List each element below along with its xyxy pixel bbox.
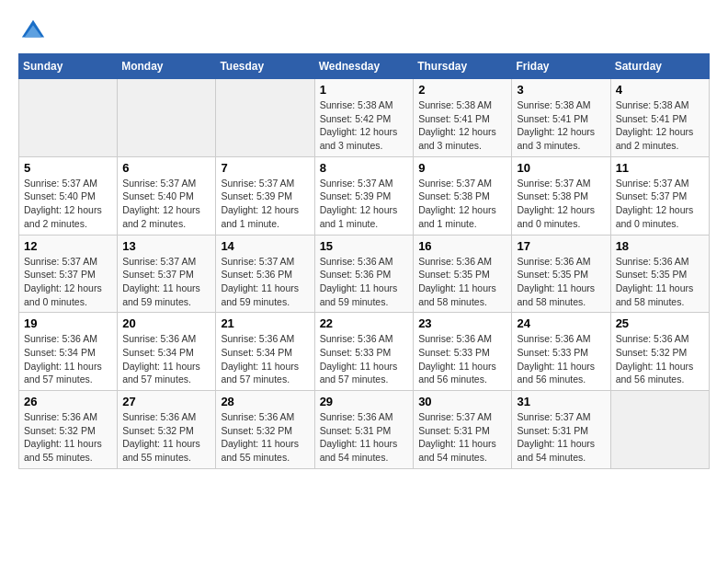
day-header-tuesday: Tuesday	[216, 54, 314, 79]
day-info: Sunrise: 5:36 AM Sunset: 5:32 PM Dayligh…	[616, 332, 704, 386]
calendar-cell: 29Sunrise: 5:36 AM Sunset: 5:31 PM Dayli…	[314, 391, 414, 469]
day-info: Sunrise: 5:36 AM Sunset: 5:31 PM Dayligh…	[320, 410, 409, 465]
calendar-cell: 12Sunrise: 5:37 AM Sunset: 5:37 PM Dayli…	[19, 235, 118, 313]
calendar-cell: 6Sunrise: 5:37 AM Sunset: 5:40 PM Daylig…	[118, 156, 216, 235]
day-header-friday: Friday	[512, 54, 610, 79]
calendar-cell: 24Sunrise: 5:36 AM Sunset: 5:33 PM Dayli…	[512, 313, 610, 391]
day-number: 6	[122, 161, 210, 175]
day-number: 14	[221, 239, 309, 253]
day-number: 17	[517, 239, 605, 253]
day-number: 8	[320, 161, 409, 175]
day-number: 27	[122, 395, 210, 408]
day-info: Sunrise: 5:36 AM Sunset: 5:35 PM Dayligh…	[418, 255, 506, 309]
calendar-cell: 26Sunrise: 5:36 AM Sunset: 5:32 PM Dayli…	[19, 391, 118, 469]
day-info: Sunrise: 5:38 AM Sunset: 5:42 PM Dayligh…	[320, 98, 409, 153]
day-number: 29	[320, 395, 409, 408]
day-number: 3	[517, 83, 605, 97]
calendar-cell: 8Sunrise: 5:37 AM Sunset: 5:39 PM Daylig…	[314, 156, 414, 235]
day-number: 26	[24, 395, 112, 408]
day-info: Sunrise: 5:36 AM Sunset: 5:32 PM Dayligh…	[221, 410, 309, 465]
logo	[18, 18, 46, 44]
day-number: 22	[320, 316, 409, 330]
day-number: 25	[616, 316, 704, 330]
day-info: Sunrise: 5:38 AM Sunset: 5:41 PM Dayligh…	[517, 98, 605, 153]
day-number: 23	[418, 316, 506, 330]
calendar-cell: 25Sunrise: 5:36 AM Sunset: 5:32 PM Dayli…	[610, 313, 709, 391]
calendar-week-5: 26Sunrise: 5:36 AM Sunset: 5:32 PM Dayli…	[19, 391, 710, 469]
day-number: 15	[320, 239, 409, 253]
day-number: 13	[122, 239, 210, 253]
day-info: Sunrise: 5:36 AM Sunset: 5:35 PM Dayligh…	[616, 255, 704, 309]
day-header-sunday: Sunday	[19, 54, 118, 79]
day-number: 31	[517, 395, 605, 408]
calendar-cell	[610, 391, 709, 469]
calendar-cell	[19, 79, 118, 157]
day-info: Sunrise: 5:36 AM Sunset: 5:33 PM Dayligh…	[320, 332, 409, 386]
day-info: Sunrise: 5:37 AM Sunset: 5:36 PM Dayligh…	[221, 255, 309, 309]
day-info: Sunrise: 5:37 AM Sunset: 5:38 PM Dayligh…	[517, 177, 605, 231]
day-header-saturday: Saturday	[610, 54, 709, 79]
day-number: 7	[221, 161, 309, 175]
calendar-week-3: 12Sunrise: 5:37 AM Sunset: 5:37 PM Dayli…	[19, 235, 710, 313]
logo-icon	[20, 18, 46, 44]
day-info: Sunrise: 5:37 AM Sunset: 5:37 PM Dayligh…	[122, 255, 210, 309]
day-info: Sunrise: 5:37 AM Sunset: 5:40 PM Dayligh…	[122, 177, 210, 231]
day-number: 18	[616, 239, 704, 253]
day-number: 21	[221, 316, 309, 330]
day-number: 16	[418, 239, 506, 253]
day-info: Sunrise: 5:36 AM Sunset: 5:35 PM Dayligh…	[517, 255, 605, 309]
calendar-cell: 11Sunrise: 5:37 AM Sunset: 5:37 PM Dayli…	[610, 156, 709, 235]
calendar-cell: 28Sunrise: 5:36 AM Sunset: 5:32 PM Dayli…	[216, 391, 314, 469]
day-info: Sunrise: 5:37 AM Sunset: 5:39 PM Dayligh…	[221, 177, 309, 231]
calendar-cell: 5Sunrise: 5:37 AM Sunset: 5:40 PM Daylig…	[19, 156, 118, 235]
day-info: Sunrise: 5:37 AM Sunset: 5:31 PM Dayligh…	[517, 410, 605, 465]
day-info: Sunrise: 5:36 AM Sunset: 5:33 PM Dayligh…	[418, 332, 506, 386]
day-info: Sunrise: 5:37 AM Sunset: 5:37 PM Dayligh…	[24, 255, 112, 309]
calendar-cell: 10Sunrise: 5:37 AM Sunset: 5:38 PM Dayli…	[512, 156, 610, 235]
calendar-week-4: 19Sunrise: 5:36 AM Sunset: 5:34 PM Dayli…	[19, 313, 710, 391]
calendar-cell: 17Sunrise: 5:36 AM Sunset: 5:35 PM Dayli…	[512, 235, 610, 313]
day-info: Sunrise: 5:36 AM Sunset: 5:34 PM Dayligh…	[24, 332, 112, 386]
calendar-cell: 18Sunrise: 5:36 AM Sunset: 5:35 PM Dayli…	[610, 235, 709, 313]
day-number: 5	[24, 161, 112, 175]
calendar-cell	[216, 79, 314, 157]
calendar-week-1: 1Sunrise: 5:38 AM Sunset: 5:42 PM Daylig…	[19, 79, 710, 157]
calendar-cell: 3Sunrise: 5:38 AM Sunset: 5:41 PM Daylig…	[512, 79, 610, 157]
day-header-thursday: Thursday	[414, 54, 512, 79]
day-info: Sunrise: 5:36 AM Sunset: 5:34 PM Dayligh…	[221, 332, 309, 386]
calendar-cell: 4Sunrise: 5:38 AM Sunset: 5:41 PM Daylig…	[610, 79, 709, 157]
day-info: Sunrise: 5:36 AM Sunset: 5:36 PM Dayligh…	[320, 255, 409, 309]
calendar-cell: 15Sunrise: 5:36 AM Sunset: 5:36 PM Dayli…	[314, 235, 414, 313]
calendar-cell: 9Sunrise: 5:37 AM Sunset: 5:38 PM Daylig…	[414, 156, 512, 235]
calendar-cell: 13Sunrise: 5:37 AM Sunset: 5:37 PM Dayli…	[118, 235, 216, 313]
calendar-cell: 7Sunrise: 5:37 AM Sunset: 5:39 PM Daylig…	[216, 156, 314, 235]
day-number: 9	[418, 161, 506, 175]
day-info: Sunrise: 5:36 AM Sunset: 5:32 PM Dayligh…	[24, 410, 112, 465]
calendar-header: SundayMondayTuesdayWednesdayThursdayFrid…	[19, 54, 710, 79]
calendar-cell: 30Sunrise: 5:37 AM Sunset: 5:31 PM Dayli…	[414, 391, 512, 469]
day-info: Sunrise: 5:37 AM Sunset: 5:31 PM Dayligh…	[418, 410, 506, 465]
calendar-cell: 22Sunrise: 5:36 AM Sunset: 5:33 PM Dayli…	[314, 313, 414, 391]
day-info: Sunrise: 5:38 AM Sunset: 5:41 PM Dayligh…	[616, 98, 704, 153]
day-info: Sunrise: 5:38 AM Sunset: 5:41 PM Dayligh…	[418, 98, 506, 153]
calendar-cell: 2Sunrise: 5:38 AM Sunset: 5:41 PM Daylig…	[414, 79, 512, 157]
calendar-cell	[118, 79, 216, 157]
day-info: Sunrise: 5:37 AM Sunset: 5:38 PM Dayligh…	[418, 177, 506, 231]
calendar-cell: 16Sunrise: 5:36 AM Sunset: 5:35 PM Dayli…	[414, 235, 512, 313]
day-info: Sunrise: 5:36 AM Sunset: 5:34 PM Dayligh…	[122, 332, 210, 386]
day-number: 11	[616, 161, 704, 175]
day-number: 30	[418, 395, 506, 408]
calendar-cell: 23Sunrise: 5:36 AM Sunset: 5:33 PM Dayli…	[414, 313, 512, 391]
day-number: 2	[418, 83, 506, 97]
day-number: 4	[616, 83, 704, 97]
calendar-cell: 27Sunrise: 5:36 AM Sunset: 5:32 PM Dayli…	[118, 391, 216, 469]
day-header-wednesday: Wednesday	[314, 54, 414, 79]
day-number: 20	[122, 316, 210, 330]
day-info: Sunrise: 5:37 AM Sunset: 5:37 PM Dayligh…	[616, 177, 704, 231]
day-info: Sunrise: 5:37 AM Sunset: 5:39 PM Dayligh…	[320, 177, 409, 231]
calendar-cell: 19Sunrise: 5:36 AM Sunset: 5:34 PM Dayli…	[19, 313, 118, 391]
day-number: 1	[320, 83, 409, 97]
calendar-cell: 20Sunrise: 5:36 AM Sunset: 5:34 PM Dayli…	[118, 313, 216, 391]
day-info: Sunrise: 5:36 AM Sunset: 5:33 PM Dayligh…	[517, 332, 605, 386]
header	[18, 18, 710, 44]
